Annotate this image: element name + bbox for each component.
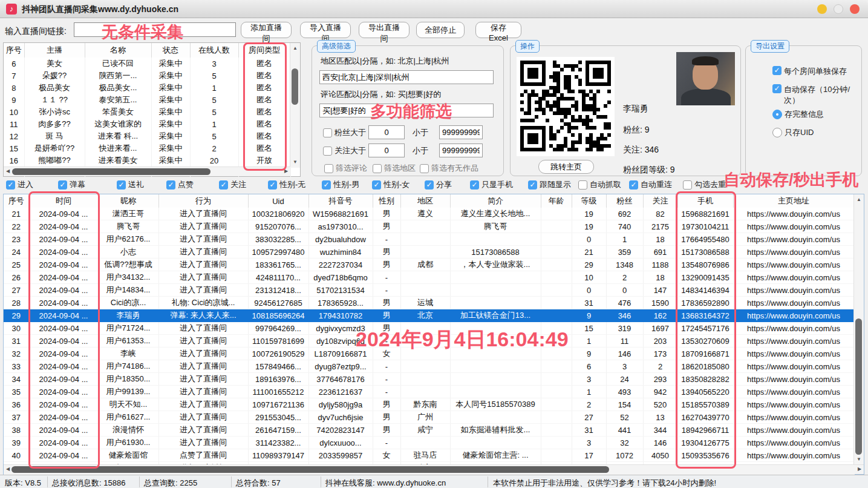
- stop-all-button[interactable]: 全部停止: [416, 22, 465, 38]
- capture-filter-checkbox[interactable]: ✓送礼: [117, 179, 144, 190]
- table-row[interactable]: 11肉多多??这美女谁家的采集中1匿名: [4, 118, 290, 130]
- follow-max-input[interactable]: [439, 143, 483, 157]
- main-column-header[interactable]: 地区: [400, 194, 450, 208]
- table-row[interactable]: 8极品美女极品美女...采集中1匿名: [4, 82, 290, 94]
- main-column-header[interactable]: Uid: [248, 194, 308, 208]
- minimize-button[interactable]: [817, 4, 827, 14]
- rooms-column-header[interactable]: 名称: [85, 43, 151, 58]
- capture-filter-checkbox[interactable]: ✓性别-无: [268, 179, 305, 190]
- main-column-header[interactable]: 等级: [572, 194, 606, 208]
- table-row[interactable]: 15是妍希吖??快进来看...采集中2匿名: [4, 142, 290, 154]
- capture-filter-checkbox[interactable]: ✓性别-男: [322, 179, 359, 190]
- capture-filter-checkbox[interactable]: 勾选去重: [683, 179, 726, 190]
- fans-max-input[interactable]: [439, 125, 483, 139]
- table-row[interactable]: 322024-09-04 ...李峡进入了直播间100726190529L187…: [4, 348, 854, 360]
- table-row[interactable]: 332024-09-04 ...用户74186...进入了直播间15784946…: [4, 360, 854, 373]
- table-row[interactable]: 9１１ ??泰安第五...采集中5匿名: [4, 94, 290, 106]
- main-column-header[interactable]: 时间: [29, 194, 98, 208]
- main-vscroll-thumb[interactable]: [855, 318, 862, 455]
- export-mode-radio[interactable]: 存完整信息: [772, 109, 824, 120]
- table-row[interactable]: 7朵媛??陕西第一...采集中5匿名: [4, 70, 290, 82]
- rooms-column-header[interactable]: 在线人数: [190, 43, 238, 58]
- table-row[interactable]: 16熊嘟嘟??进来看美女采集中20开放: [4, 154, 290, 167]
- table-row[interactable]: 302024-09-04 ...用户71724...进入了直播间99796426…: [4, 322, 854, 335]
- main-column-header[interactable]: 行为: [158, 194, 248, 208]
- table-row[interactable]: 352024-09-04 ...用户99139...进入了直播间11100165…: [4, 386, 854, 398]
- rooms-column-header[interactable]: 主播: [24, 43, 85, 58]
- rooms-vertical-scrollbar[interactable]: ▲ ▼: [290, 43, 300, 168]
- table-row[interactable]: 222024-09-04 ...腾飞哥进入了直播间915207076...as1…: [4, 220, 854, 233]
- rooms-horizontal-scrollbar[interactable]: ◀ ▶: [4, 167, 290, 176]
- capture-filter-checkbox[interactable]: ✓自动重连: [629, 179, 672, 190]
- main-column-header[interactable]: 关注: [643, 194, 677, 208]
- rooms-column-header[interactable]: 房间类型: [238, 43, 290, 58]
- main-vertical-scrollbar[interactable]: ▲ ▼: [853, 194, 864, 465]
- export-option-checkbox[interactable]: ✓每个房间单独保存: [772, 66, 854, 77]
- comment-match-input[interactable]: [319, 104, 494, 117]
- table-row[interactable]: 212024-09-04 ...潇洒王哥进入了直播间100321806920W1…: [4, 208, 854, 220]
- scroll-down-icon[interactable]: ▼: [291, 158, 299, 167]
- main-column-header[interactable]: 性别: [373, 194, 400, 208]
- table-row[interactable]: 272024-09-04 ...用户14834...进入了直播间23131241…: [4, 284, 854, 297]
- room-link-input[interactable]: [74, 22, 236, 37]
- table-row[interactable]: 10张小诗sc笨蛋美女采集中5匿名: [4, 106, 290, 118]
- follow-min-input[interactable]: [368, 143, 405, 157]
- rooms-column-header[interactable]: 状态: [151, 43, 190, 58]
- main-column-header[interactable]: 主页地址: [733, 194, 854, 208]
- restore-button[interactable]: [834, 4, 843, 14]
- export-mode-radio[interactable]: 只存UID: [772, 127, 814, 138]
- table-row[interactable]: 242024-09-04 ...小志进入了直播间109572997480wuzh…: [4, 246, 854, 259]
- scroll-down-icon[interactable]: ▼: [855, 455, 863, 464]
- main-column-header[interactable]: 抖音号: [308, 194, 373, 208]
- rooms-column-header[interactable]: 序号: [4, 43, 24, 58]
- main-column-header[interactable]: 昵称: [98, 194, 158, 208]
- save-excel-button[interactable]: 保存Excel: [475, 22, 521, 38]
- import-rooms-button[interactable]: 导入直播间: [300, 22, 351, 38]
- filter-option-checkbox[interactable]: 筛选评论: [324, 163, 367, 174]
- main-column-header[interactable]: 序号: [4, 194, 29, 208]
- filter-option-checkbox[interactable]: 筛选有无作品: [420, 163, 478, 174]
- table-row[interactable]: 402024-09-04 ...健豪烩面馆点赞了直播间1109893791472…: [4, 449, 854, 462]
- scroll-up-icon[interactable]: ▲: [855, 196, 863, 204]
- scroll-left-icon[interactable]: ◀: [4, 465, 12, 473]
- main-column-header[interactable]: 年龄: [541, 194, 572, 208]
- capture-filter-checkbox[interactable]: ✓分享: [425, 179, 452, 190]
- main-column-header[interactable]: 粉丝: [606, 194, 643, 208]
- scroll-left-icon[interactable]: ◀: [4, 167, 12, 176]
- scroll-right-icon[interactable]: ▶: [855, 465, 864, 473]
- region-match-input[interactable]: [319, 70, 494, 84]
- table-row[interactable]: 292024-09-04 ...李瑞勇弹幕: 来人来人来...108185696…: [4, 309, 854, 322]
- table-row[interactable]: 392024-09-04 ...用户61930...进入了直播间31142338…: [4, 437, 854, 449]
- rooms-vscroll-thumb[interactable]: [292, 68, 298, 105]
- follow-greater-checkbox[interactable]: 关注大于: [323, 145, 366, 156]
- capture-filter-checkbox[interactable]: 自动抓取: [578, 179, 621, 190]
- main-column-header[interactable]: 简介: [450, 194, 541, 208]
- export-option-checkbox[interactable]: ✓自动保存（10分钟/次）: [772, 84, 854, 106]
- capture-filter-checkbox[interactable]: ✓性别-女: [372, 179, 410, 190]
- table-row[interactable]: 372024-09-04 ...用户61627...进入了直播间29155304…: [4, 411, 854, 424]
- main-hscroll-thumb[interactable]: [11, 466, 609, 473]
- export-rooms-button[interactable]: 导出直播间: [359, 22, 410, 38]
- table-row[interactable]: 252024-09-04 ...低调??想事成进入了直播间183361765..…: [4, 259, 854, 271]
- main-horizontal-scrollbar[interactable]: ◀ ▶: [4, 464, 864, 474]
- main-column-header[interactable]: 手机: [677, 194, 733, 208]
- scroll-up-icon[interactable]: ▲: [291, 44, 299, 53]
- table-row[interactable]: 382024-09-04 ...浪漫情怀进入了直播间261647159...74…: [4, 424, 854, 437]
- filter-option-checkbox[interactable]: 筛选地区: [373, 163, 416, 174]
- table-row[interactable]: 12斑 马进来看 科...采集中5匿名: [4, 130, 290, 142]
- table-row[interactable]: 6美女已读不回采集中3匿名: [4, 58, 290, 70]
- capture-filter-checkbox[interactable]: ✓弹幕: [58, 179, 85, 190]
- capture-filter-checkbox[interactable]: ✓点赞: [166, 179, 194, 190]
- capture-filter-checkbox[interactable]: ✓只显手机: [470, 179, 513, 190]
- table-row[interactable]: 342024-09-04 ...用户18350...进入了直播间18916397…: [4, 373, 854, 386]
- add-room-button[interactable]: 添加直播间: [241, 22, 292, 38]
- table-row[interactable]: 282024-09-04 ...Cici的凉...礼物: Cici的凉城...9…: [4, 297, 854, 309]
- capture-filter-checkbox[interactable]: ✓进入: [6, 179, 33, 190]
- table-row[interactable]: 232024-09-04 ...用户62176...进入了直播间38303228…: [4, 233, 854, 246]
- rooms-hscroll-thumb[interactable]: [12, 168, 210, 175]
- close-button[interactable]: [850, 4, 860, 14]
- scroll-right-icon[interactable]: ▶: [282, 167, 290, 176]
- capture-filter-checkbox[interactable]: ✓跟随显示: [528, 179, 571, 190]
- jump-homepage-button[interactable]: 跳转主页: [538, 160, 594, 174]
- table-row[interactable]: 362024-09-04 ...明天不知...进入了直播间10971672113…: [4, 398, 854, 411]
